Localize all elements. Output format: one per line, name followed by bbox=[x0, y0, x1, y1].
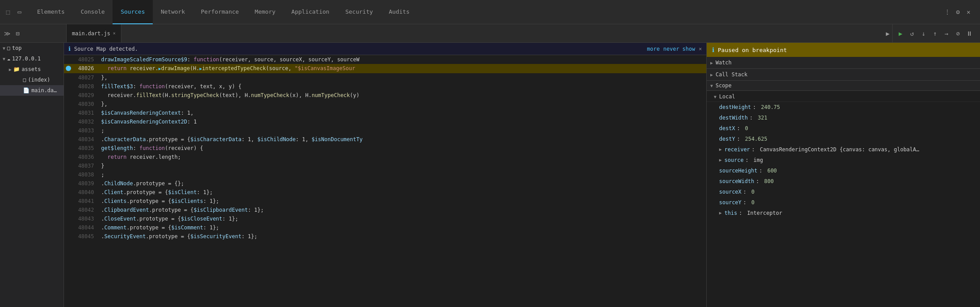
tab-audits[interactable]: Audits bbox=[381, 0, 418, 24]
scope-local-header[interactable]: ▼ Local bbox=[707, 92, 980, 102]
dock-icon[interactable]: ⬚ bbox=[4, 7, 12, 16]
line-content-48037: } bbox=[99, 161, 706, 170]
tab-memory[interactable]: Memory bbox=[247, 0, 283, 24]
tab-security[interactable]: Security bbox=[337, 0, 381, 24]
pause-on-exceptions-icon[interactable]: ⏸ bbox=[965, 29, 974, 38]
line-content-48045: .SecurityEvent.prototype = {$isSecurityE… bbox=[99, 232, 706, 241]
notif-never-show-link[interactable]: never show bbox=[663, 46, 695, 52]
code-line-48041: 48041 .Clients.prototype = {$isClients: … bbox=[64, 197, 706, 206]
scope-content: ▼ Local destHeight : 240.75 destWidth : … bbox=[707, 91, 980, 307]
notif-text: Source Map detected. bbox=[74, 46, 644, 52]
line-content-48040: .Client.prototype = {$isClient: 1}; bbox=[99, 188, 706, 197]
assets-expand-arrow: ▶ bbox=[9, 67, 11, 72]
resume-icon[interactable]: ▶ bbox=[896, 29, 905, 38]
close-devtools-icon[interactable]: ✕ bbox=[964, 7, 973, 16]
source-expand-icon[interactable]: ▶ bbox=[719, 156, 722, 165]
line-content-48031: $isCanvasRenderingContext: 1, bbox=[99, 109, 706, 117]
scope-prop-destX: destX : 0 bbox=[707, 123, 980, 134]
line-content-48044: .Comment.prototype = {$isComment: 1}; bbox=[99, 223, 706, 232]
line-content-48028: fillText$3: function(receiver, text, x, … bbox=[99, 82, 706, 91]
settings-icon[interactable]: ⚙ bbox=[954, 7, 962, 16]
file-tab-close[interactable]: × bbox=[113, 31, 116, 36]
scope-section-header[interactable]: ▼ Scope bbox=[707, 81, 980, 91]
expand-sidebar-icon[interactable]: ≫ bbox=[3, 29, 11, 38]
line-content-48030: }, bbox=[99, 100, 706, 109]
sidebar-item-assets[interactable]: ▶ 📁 assets bbox=[0, 64, 64, 75]
line-content-48026: return receiver.▶drawImage(H.▶intercepte… bbox=[99, 64, 706, 73]
top-window-icon: □ bbox=[7, 45, 10, 51]
line-num-48040: 48040 bbox=[73, 188, 99, 197]
more-tabs-icon[interactable]: ⋮ bbox=[943, 7, 952, 16]
code-line-48037: 48037 } bbox=[64, 161, 706, 170]
scope-prop-destWidth: destWidth : 321 bbox=[707, 112, 980, 123]
line-num-48027: 48027 bbox=[73, 73, 99, 82]
line-num-48035: 48035 bbox=[73, 144, 99, 153]
code-editor: ℹ Source Map detected. more never show ×… bbox=[64, 43, 706, 307]
tab-application[interactable]: Application bbox=[283, 0, 337, 24]
tab-network[interactable]: Network bbox=[153, 0, 193, 24]
deactivate-breakpoints-icon[interactable]: ⊘ bbox=[954, 29, 962, 38]
local-expand-arrow: ▼ bbox=[714, 94, 716, 99]
sidebar-item-assets-label: assets bbox=[22, 66, 41, 72]
tab-sources[interactable]: Sources bbox=[113, 0, 153, 24]
index-file-icon: □ bbox=[23, 77, 26, 83]
code-line-48028: 48028 fillText$3: function(receiver, tex… bbox=[64, 82, 706, 91]
line-num-48029: 48029 bbox=[73, 91, 99, 100]
sidebar-item-top[interactable]: ▼ □ top bbox=[0, 43, 64, 53]
notification-bar: ℹ Source Map detected. more never show × bbox=[64, 43, 706, 55]
notif-more-link[interactable]: more bbox=[647, 46, 660, 52]
line-num-48043: 48043 bbox=[73, 214, 99, 223]
call-stack-section-header[interactable]: ▶ Call Stack bbox=[707, 69, 980, 80]
sidebar-item-top-label: top bbox=[12, 45, 22, 51]
source-tree-toggle-icon[interactable]: ⊟ bbox=[13, 29, 22, 38]
notif-info-icon: ℹ bbox=[68, 45, 71, 52]
code-line-48036: 48036 return receiver.length; bbox=[64, 153, 706, 161]
tab-console[interactable]: Console bbox=[73, 0, 113, 24]
step-into-icon[interactable]: ↓ bbox=[919, 29, 928, 38]
line-num-48034: 48034 bbox=[73, 135, 99, 144]
file-tree-sidebar: ▼ □ top ▼ ☁ 127.0.0.1 ▶ 📁 assets □ (inde… bbox=[0, 43, 64, 307]
scope-label: Scope bbox=[716, 82, 731, 89]
receiver-expand-icon[interactable]: ▶ bbox=[719, 145, 722, 154]
bp-info-icon: ℹ bbox=[712, 46, 714, 53]
line-num-48044: 48044 bbox=[73, 223, 99, 232]
file-tab-main-dart[interactable]: main.dart.js × bbox=[67, 24, 121, 42]
line-num-48033: 48033 bbox=[73, 126, 99, 135]
code-line-48043: 48043 .CloseEvent.prototype = {$isCloseE… bbox=[64, 214, 706, 223]
scope-prop-receiver[interactable]: ▶ receiver : CanvasRenderingContext2D {c… bbox=[707, 144, 980, 155]
call-stack-expand-arrow: ▶ bbox=[710, 72, 713, 77]
code-line-48025: 48025 drawImageScaledFromSource$9: funct… bbox=[64, 55, 706, 64]
file-tab-name: main.dart.js bbox=[72, 30, 110, 37]
step-over-icon[interactable]: ↺ bbox=[908, 29, 916, 38]
code-lines-container: 48025 drawImageScaledFromSource$9: funct… bbox=[64, 55, 706, 307]
code-line-48032: 48032 $isCanvasRenderingContext2D: 1 bbox=[64, 117, 706, 126]
line-num-48026: 48026 bbox=[73, 64, 99, 73]
code-line-48035: 48035 get$length: function(receiver) { bbox=[64, 144, 706, 153]
code-line-48039: 48039 .ChildNode.prototype = {}; bbox=[64, 179, 706, 188]
device-icon[interactable]: ▭ bbox=[15, 7, 24, 16]
watch-section-header[interactable]: ▶ Watch bbox=[707, 57, 980, 68]
this-expand-icon[interactable]: ▶ bbox=[719, 209, 722, 217]
scope-prop-source[interactable]: ▶ source : img bbox=[707, 155, 980, 165]
line-content-48039: .ChildNode.prototype = {}; bbox=[99, 179, 706, 188]
sidebar-item-localhost[interactable]: ▼ ☁ 127.0.0.1 bbox=[0, 53, 64, 64]
tab-elements[interactable]: Elements bbox=[29, 0, 73, 24]
sidebar-item-main-dart[interactable]: 📄 main.da… bbox=[0, 85, 64, 96]
sidebar-item-index[interactable]: □ (index) bbox=[0, 75, 64, 85]
code-line-48026: 48026 return receiver.▶drawImage(H.▶inte… bbox=[64, 64, 706, 73]
scope-expand-arrow: ▼ bbox=[710, 83, 713, 88]
notif-close-button[interactable]: × bbox=[699, 46, 702, 52]
line-num-48042: 48042 bbox=[73, 206, 99, 214]
code-line-48045: 48045 .SecurityEvent.prototype = {$isSec… bbox=[64, 232, 706, 241]
scope-prop-this[interactable]: ▶ this : Interceptor bbox=[707, 208, 980, 218]
breakpoint-banner: ℹ Paused on breakpoint bbox=[707, 43, 980, 57]
line-content-48033: ; bbox=[99, 126, 706, 135]
scope-prop-destY: destY : 254.625 bbox=[707, 134, 980, 144]
run-snippet-icon[interactable]: ▶ bbox=[883, 29, 892, 38]
step-icon[interactable]: → bbox=[942, 29, 951, 38]
sidebar-item-localhost-label: 127.0.0.1 bbox=[12, 56, 41, 62]
tab-performance[interactable]: Performance bbox=[193, 0, 247, 24]
step-out-icon[interactable]: ↑ bbox=[931, 29, 939, 38]
assets-folder-icon: 📁 bbox=[13, 66, 20, 72]
devtools-icons: ⬚ ▭ bbox=[4, 7, 24, 16]
